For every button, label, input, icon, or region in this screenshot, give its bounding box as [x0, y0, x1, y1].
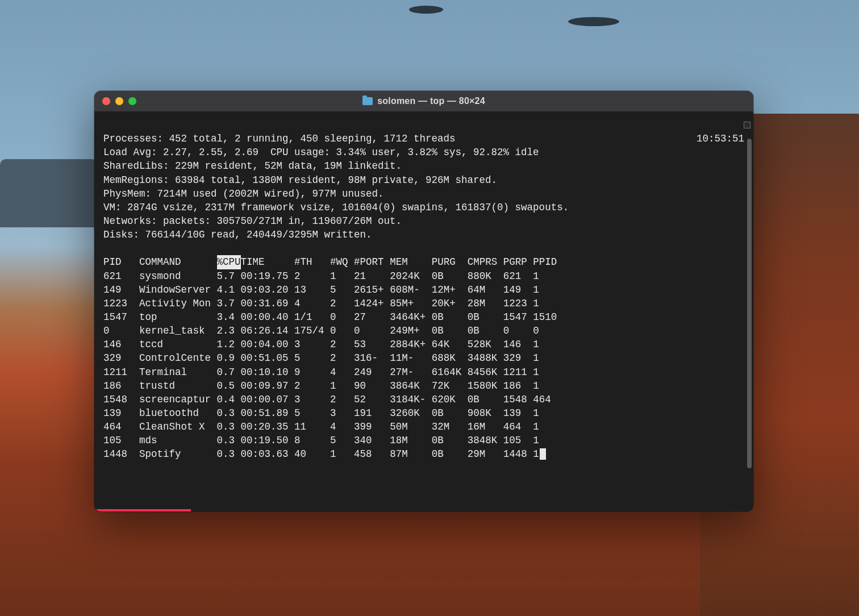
column-header[interactable]: PURG: [432, 255, 468, 269]
minimize-button[interactable]: [115, 97, 123, 105]
cell-port: 316-: [354, 351, 390, 365]
summary-networks: Networks: packets: 305750/271M in, 11960…: [103, 215, 402, 227]
column-header[interactable]: COMMAND: [139, 255, 217, 269]
cell-pgrp: 0: [503, 324, 533, 338]
cell-wq: 1: [330, 379, 354, 393]
cell-cmprs: 29M: [468, 447, 503, 461]
cell-cmprs: 0B: [468, 393, 503, 406]
cell-cpu: 3.4: [217, 310, 241, 324]
scroll-indicator-icon: [744, 122, 750, 128]
cell-th: 175/4: [294, 324, 330, 338]
cell-cpu: 0.3: [217, 420, 241, 434]
cell-pgrp: 329: [503, 351, 533, 365]
cell-pgrp: 139: [503, 406, 533, 420]
cell-pid: 329: [103, 351, 139, 365]
column-header[interactable]: %CPU: [217, 255, 241, 269]
cell-time: 00:03.63: [241, 447, 295, 461]
cell-port: 53: [354, 338, 390, 351]
cell-command: CleanShot X: [139, 420, 217, 434]
cell-pid: 621: [103, 269, 139, 283]
cell-ppid: 1: [533, 338, 557, 351]
column-header[interactable]: MEM: [390, 255, 432, 269]
cell-th: 2: [294, 379, 330, 393]
cell-purg: 64K: [432, 338, 468, 351]
cell-pgrp: 1223: [503, 297, 533, 310]
column-header[interactable]: TIME: [241, 255, 295, 269]
cell-cpu: 0.7: [217, 365, 241, 379]
cell-wq: 4: [330, 365, 354, 379]
cell-pid: 1448: [103, 447, 139, 461]
cell-wq: 3: [330, 406, 354, 420]
cell-wq: 2: [330, 351, 354, 365]
cell-purg: 0B: [432, 406, 468, 420]
cell-pid: 1223: [103, 297, 139, 310]
desktop-bg-island: [568, 17, 619, 26]
table-row: 0 kernel_task 2.3 06:26.14 175/4 0 0 249…: [103, 324, 557, 338]
cell-time: 00:19.50: [241, 434, 295, 447]
cell-pid: 1548: [103, 393, 139, 406]
cell-cmprs: 3848K: [468, 434, 503, 447]
column-header[interactable]: #PORT: [354, 255, 390, 269]
cell-cpu: 0.3: [217, 447, 241, 461]
cell-port: 191: [354, 406, 390, 420]
cell-mem: 27M-: [390, 365, 432, 379]
cell-command: mds: [139, 434, 217, 447]
cell-pgrp: 149: [503, 283, 533, 297]
column-header[interactable]: PGRP: [503, 255, 533, 269]
cell-pid: 105: [103, 434, 139, 447]
cell-time: 00:10.10: [241, 365, 295, 379]
cell-command: tccd: [139, 338, 217, 351]
cell-th: 40: [294, 447, 330, 461]
window-title-area: solomen — top — 80×24: [94, 96, 753, 106]
cell-cpu: 2.3: [217, 324, 241, 338]
close-button[interactable]: [102, 97, 110, 105]
cell-th: 13: [294, 283, 330, 297]
cell-purg: 6164K: [432, 365, 468, 379]
cell-th: 1/1: [294, 310, 330, 324]
titlebar[interactable]: solomen — top — 80×24: [94, 91, 753, 111]
cell-command: ControlCente: [139, 351, 217, 365]
cell-port: 458: [354, 447, 390, 461]
column-header[interactable]: #WQ: [330, 255, 354, 269]
cell-port: 27: [354, 310, 390, 324]
cell-port: 1424+: [354, 297, 390, 310]
cell-cpu: 0.5: [217, 379, 241, 393]
cell-mem: 249M+: [390, 324, 432, 338]
cursor: [540, 448, 546, 460]
terminal-window[interactable]: solomen — top — 80×24 Processes: 452 tot…: [94, 91, 753, 511]
cell-port: 399: [354, 420, 390, 434]
summary-memregions: MemRegions: 63984 total, 1380M resident,…: [103, 174, 497, 186]
table-row: 1448 Spotify 0.3 00:03.63 40 1 458 87M 0…: [103, 447, 557, 461]
cell-mem: 3864K: [390, 379, 432, 393]
cell-time: 06:26.14: [241, 324, 295, 338]
cell-port: 340: [354, 434, 390, 447]
scrollbar-thumb[interactable]: [747, 139, 752, 468]
cell-pgrp: 146: [503, 338, 533, 351]
cell-purg: 72K: [432, 379, 468, 393]
column-header[interactable]: #TH: [294, 255, 330, 269]
cell-command: sysmond: [139, 269, 217, 283]
cell-command: Terminal: [139, 365, 217, 379]
cell-cmprs: 28M: [468, 297, 503, 310]
cell-th: 11: [294, 420, 330, 434]
cell-wq: 1: [330, 447, 354, 461]
cell-mem: 50M: [390, 420, 432, 434]
column-header[interactable]: PID: [103, 255, 139, 269]
column-header[interactable]: PPID: [533, 255, 557, 269]
cell-command: screencaptur: [139, 393, 217, 406]
maximize-button[interactable]: [128, 97, 136, 105]
cell-pid: 139: [103, 406, 139, 420]
cell-mem: 3464K+: [390, 310, 432, 324]
column-header[interactable]: CMPRS: [468, 255, 503, 269]
cell-command: Spotify: [139, 447, 217, 461]
scrollbar-track[interactable]: [746, 116, 752, 507]
table-row: 329 ControlCente 0.9 00:51.05 5 2 316- 1…: [103, 351, 557, 365]
cell-mem: 11M-: [390, 351, 432, 365]
cell-command: top: [139, 310, 217, 324]
cell-ppid: 1: [533, 406, 557, 420]
cell-th: 8: [294, 434, 330, 447]
cell-command: bluetoothd: [139, 406, 217, 420]
cell-ppid: 1: [533, 351, 557, 365]
terminal-output[interactable]: Processes: 452 total, 2 running, 450 sle…: [94, 111, 753, 511]
traffic-lights: [102, 97, 136, 105]
